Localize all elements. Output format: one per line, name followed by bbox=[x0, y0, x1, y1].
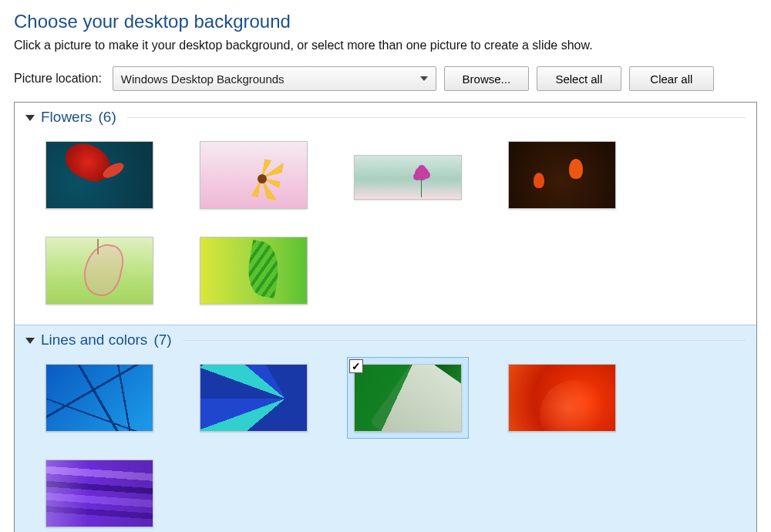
browse-button[interactable]: Browse... bbox=[444, 66, 529, 91]
wallpaper-flower-fern-green[interactable] bbox=[194, 231, 314, 311]
picture-location-dropdown[interactable]: Windows Desktop Backgrounds bbox=[113, 66, 436, 91]
divider bbox=[127, 117, 746, 118]
group-count: (6) bbox=[99, 109, 116, 126]
thumbnail-grid bbox=[25, 129, 746, 314]
group-flowers: Flowers (6) bbox=[15, 103, 756, 325]
group-lines-and-colors: Lines and colors (7)✓ bbox=[15, 325, 756, 532]
wallpaper-thumbnail bbox=[354, 364, 462, 432]
group-header[interactable]: Lines and colors (7) bbox=[25, 332, 746, 348]
clear-all-button[interactable]: Clear all bbox=[629, 66, 714, 91]
page-subtitle: Click a picture to make it your desktop … bbox=[14, 39, 757, 52]
group-name: Flowers bbox=[41, 109, 93, 126]
group-count: (7) bbox=[153, 332, 171, 348]
wallpaper-thumbnail bbox=[200, 141, 308, 209]
divider bbox=[183, 340, 746, 341]
wallpaper-flower-pink-small[interactable] bbox=[348, 135, 468, 215]
wallpaper-thumbnail bbox=[200, 364, 308, 432]
wallpaper-thumbnail bbox=[45, 364, 153, 432]
wallpaper-flower-pink-green[interactable] bbox=[39, 231, 160, 311]
wallpaper-lines-orange[interactable] bbox=[502, 358, 622, 438]
group-name: Lines and colors bbox=[41, 332, 147, 348]
collapse-triangle-icon bbox=[25, 338, 35, 344]
wallpaper-lines-purple[interactable] bbox=[39, 453, 160, 532]
wallpaper-lines-balloon[interactable] bbox=[194, 358, 314, 438]
picture-location-value: Windows Desktop Backgrounds bbox=[121, 72, 284, 86]
wallpaper-flower-yellow-pink[interactable] bbox=[194, 135, 314, 215]
select-all-button[interactable]: Select all bbox=[537, 66, 621, 91]
wallpaper-gallery: Flowers (6)Lines and colors (7)✓ bbox=[14, 102, 757, 532]
chevron-down-icon bbox=[420, 76, 428, 81]
wallpaper-lines-blue[interactable] bbox=[39, 358, 160, 438]
wallpaper-thumbnail bbox=[45, 237, 153, 305]
thumbnail-grid: ✓ bbox=[25, 352, 746, 532]
group-header[interactable]: Flowers (6) bbox=[25, 109, 746, 126]
checkmark-icon[interactable]: ✓ bbox=[349, 359, 363, 373]
wallpaper-thumbnail bbox=[508, 364, 616, 432]
page-title: Choose your desktop background bbox=[14, 11, 757, 32]
collapse-triangle-icon bbox=[25, 115, 35, 121]
wallpaper-flower-orange-dark[interactable] bbox=[502, 135, 622, 215]
wallpaper-thumbnail bbox=[45, 141, 153, 209]
control-row: Picture location: Windows Desktop Backgr… bbox=[14, 66, 757, 91]
wallpaper-thumbnail bbox=[508, 141, 616, 209]
picture-location-label: Picture location: bbox=[14, 72, 102, 86]
wallpaper-thumbnail bbox=[200, 237, 308, 305]
wallpaper-lines-green[interactable]: ✓ bbox=[348, 358, 468, 438]
wallpaper-thumbnail bbox=[45, 460, 153, 527]
wallpaper-flower-red-teal[interactable] bbox=[39, 135, 160, 215]
wallpaper-thumbnail bbox=[354, 155, 462, 200]
